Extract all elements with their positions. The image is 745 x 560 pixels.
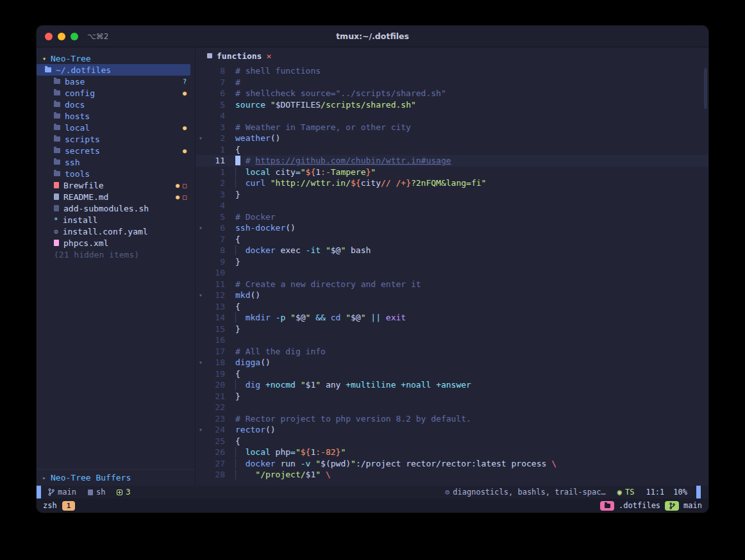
tree-item-local[interactable]: local● [37,122,195,133]
code-line[interactable]: ▾2weather() [196,133,708,144]
code-line[interactable]: ▾18digga() [196,357,708,368]
scroll-percent: 10% [673,488,687,497]
folder-icon [54,113,60,119]
fold-chevron-icon[interactable]: ▾ [196,133,206,144]
tmux-branch-label: main [683,501,702,510]
neo-tree-header[interactable]: ▾ Neo-Tree [37,53,195,64]
tree-item-phpcs-xml[interactable]: phpcs.xml [37,237,195,249]
code-line[interactable]: 14▏ mkdir -p "$@" && cd "$@" || exit [196,312,708,324]
code-text: # https://github.com/chubin/wttr.in#usag… [225,155,451,167]
code-line[interactable]: 5source "$DOTFILES/scripts/shared.sh" [196,99,708,111]
fold-chevron-icon[interactable]: ▾ [196,357,206,368]
tree-root-dotfiles[interactable]: ~/.dotfiles [37,64,190,76]
scrollbar[interactable] [704,65,707,483]
code-line[interactable]: 2▏ curl "http://wttr.in/${city// /+}?2nF… [196,177,708,189]
badge-group: ●□ [176,194,187,201]
code-line[interactable]: 21} [196,391,708,402]
code-line[interactable]: 10 [196,267,708,279]
tab-close-icon[interactable]: × [266,51,271,61]
tree-item-label: config [65,88,95,98]
badge-group: ● [183,124,187,131]
code-text: ▏ dig +nocmd "$1" any +multiline +noall … [225,379,471,391]
code-line[interactable]: ▾12mkd() [196,290,708,301]
code-line[interactable]: 3} [196,189,708,201]
titlebar[interactable]: ⌥⌘2 tmux:~/.dotfiles [37,26,708,47]
code-line[interactable]: 16 [196,334,708,346]
code-line[interactable]: 25{ [196,436,708,447]
code-line[interactable]: 7# [196,77,708,88]
code-text: ▏ mkdir -p "$@" && cd "$@" || exit [225,312,406,324]
code-line[interactable]: 19{ [196,368,708,380]
code-line[interactable]: 20▏ dig +nocmd "$1" any +multiline +noal… [196,379,708,391]
tree-item-ssh[interactable]: ssh [37,156,195,168]
code-line[interactable]: 27▏ docker run -v "$(pwd)":/project rect… [196,458,708,470]
tree-item-install[interactable]: *install [37,214,195,226]
fold-chevron-icon[interactable]: ▾ [196,290,206,301]
code-line[interactable]: ▾24rector() [196,424,708,436]
code-line[interactable]: 8# shell functions [196,65,708,77]
code-line[interactable]: 6# shellcheck source="../scripts/shared.… [196,88,708,99]
tree-item-base[interactable]: base? [37,76,195,87]
tree-item-install-conf-yaml[interactable]: ⚙install.conf.yaml [37,226,195,237]
code-line[interactable]: 11 # https://github.com/chubin/wttr.in#u… [196,155,708,167]
code-line[interactable]: 11# Create a new directory and enter it [196,279,708,290]
code-text [225,402,235,413]
filetype-segment: sh [88,488,105,497]
tree-item-label: ssh [65,158,80,167]
fold-column [196,379,206,391]
tree-item-scripts[interactable]: scripts [37,133,195,145]
fold-chevron-icon[interactable]: ▾ [196,424,206,436]
chevron-right-icon: ▸ [42,474,46,481]
fold-column [196,77,206,88]
tree-item-readme-md[interactable]: README.md●□ [37,191,195,202]
line-number: 4 [206,110,225,122]
terminal-window: ⌥⌘2 tmux:~/.dotfiles ▾ Neo-Tree ~/.dotfi… [37,26,708,513]
code-line[interactable]: 5# Docker [196,211,708,223]
code-line[interactable]: 4 [196,110,708,122]
code-line[interactable]: 17# All the dig info [196,346,708,358]
tmux-branch-pill [665,501,679,511]
close-window-button[interactable] [45,33,53,40]
buffer-icon [207,53,212,58]
folder-icon [54,90,60,95]
tree-item-tools[interactable]: tools [37,168,195,179]
line-number: 20 [206,379,225,391]
code-line[interactable]: 9} [196,256,708,268]
code-line[interactable]: 22 [196,402,708,413]
code-line[interactable]: 7{ [196,234,708,245]
code-line[interactable]: 3# Weather in Tampere, or other city [196,122,708,133]
code-line[interactable]: 4 [196,200,708,211]
minimize-window-button[interactable] [58,33,65,40]
code-text: # Create a new directory and enter it [225,279,421,290]
tmux-window-badge[interactable]: 1 [62,501,76,511]
tree-item-brewfile[interactable]: Brewfile●□ [37,179,195,191]
code-line[interactable]: ▾6ssh-docker() [196,222,708,234]
tree-item-secrets[interactable]: secrets● [37,145,195,156]
code-line[interactable]: 8▏ docker exec -it "$@" bash [196,245,708,256]
diff-added-count: 3 [126,488,130,497]
code-line[interactable]: 23# Rector project to php version 8.2 by… [196,413,708,425]
tree-item-docs[interactable]: docs [37,99,195,110]
tree-item-hosts[interactable]: hosts [37,110,195,122]
code-text [225,110,235,122]
code-text: } [225,256,240,268]
scrollbar-thumb[interactable] [704,68,707,109]
code-line[interactable]: 15} [196,324,708,335]
tree-item-config[interactable]: config● [37,87,195,99]
line-number: 4 [206,200,225,211]
code-line[interactable]: 1{ [196,144,708,156]
tab-functions[interactable]: functions × [202,47,276,64]
tree-root-label: ~/.dotfiles [56,65,111,75]
code-line[interactable]: 28▏ "/project/$1" \ [196,469,708,481]
tree-item-add-submodules-sh[interactable]: add-submodules.sh [37,202,195,214]
code-line[interactable]: 26▏ local php="${1:-82}" [196,447,708,458]
code-area[interactable]: 8# shell functions7#6# shellcheck source… [196,64,708,486]
folder-icon [54,148,60,153]
neo-tree-buffers-header[interactable]: ▸ Neo-Tree Buffers [37,469,195,486]
tree-item-label: base [65,77,85,86]
code-line[interactable]: 1▏ local city="${1:-Tampere}" [196,167,708,178]
fold-chevron-icon[interactable]: ▾ [196,222,206,234]
code-text: { [225,144,240,156]
code-line[interactable]: 13{ [196,301,708,313]
zoom-window-button[interactable] [71,33,78,40]
